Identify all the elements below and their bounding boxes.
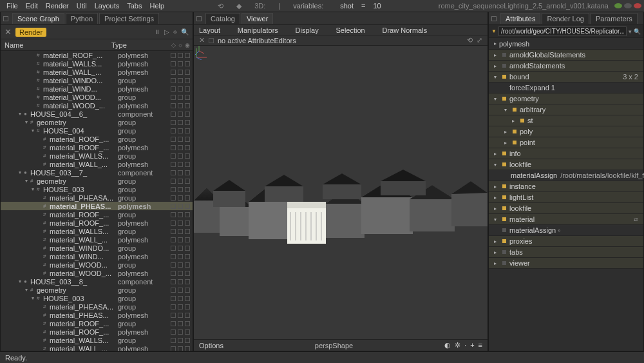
checkbox-icon[interactable] [209,38,214,43]
tree-row[interactable]: # material_ROOF_... polymesh [1,143,193,152]
tree-row[interactable]: # material_PHEASA... group [1,193,193,202]
tree-row[interactable]: # material_WOOD... group [1,260,193,269]
attr-lightlist[interactable]: ▸lightList [489,192,643,203]
add-icon[interactable]: + [470,341,474,349]
pause-icon[interactable]: ⏸ [154,28,160,35]
tab-catalog[interactable]: Catalog [205,13,240,24]
attr-instance[interactable]: ▸instance [489,181,643,192]
attr-materialassign[interactable]: materialAssign ◦ [489,225,643,236]
refresh-icon[interactable]: ⟲ [467,36,473,44]
attr-bound[interactable]: ▾bound3 x 2 [489,72,643,83]
tree-row[interactable]: # material_ROOF_... group [1,319,193,328]
scene-tree[interactable]: # material_ROOF_... polymesh # material_… [1,51,193,351]
tree-row[interactable]: ▾ ● HOUSE_003__7_ component [1,168,193,177]
tab-parameters[interactable]: Parameters [591,13,638,24]
attr-arnoldstatements[interactable]: ▸arnoldStatements [489,61,643,72]
path-input[interactable] [498,26,627,36]
viewer-manipulators[interactable]: Manipulators [238,26,278,34]
tree-row[interactable]: ▾ # HOUSE_003 group [1,185,193,193]
play-icon[interactable]: ▷ [164,28,169,35]
tree-row[interactable]: ▾ ● HOUSE_003__8_ component [1,277,193,286]
tab-render-log[interactable]: Render Log [542,13,589,24]
search-icon[interactable]: 🔍 [634,28,641,35]
close-icon[interactable]: ✕ [199,36,205,44]
panel-menu-icon[interactable] [491,16,497,21]
attr-point[interactable]: ▸point [489,137,643,148]
tree-row[interactable]: # material_PHEAS... polymesh [1,311,193,319]
search-icon[interactable]: 🔍 [181,28,189,35]
tree-row[interactable]: # material_ROOF_... polymesh [1,328,193,336]
tree-row[interactable]: ▾ # geometry group [1,118,193,126]
tree-row[interactable]: # material_WOOD... group [1,93,193,101]
tree-row[interactable]: # material_PHEASA... group [1,302,193,311]
tree-row[interactable]: ▾ # geometry group [1,286,193,294]
tree-row[interactable]: # material_WALLS... group [1,152,193,160]
tree-row[interactable]: # material_ROOF_... group [1,135,193,143]
tab-python[interactable]: Python [66,13,98,24]
menu-file[interactable]: File [3,2,22,10]
attr-geometry[interactable]: ▾geometry [489,93,643,104]
attributes-list[interactable]: ▸arnoldGlobalStatements▸arnoldStatements… [489,50,643,269]
list-icon[interactable]: ≡ [478,341,482,349]
camera-name[interactable]: perspShape [223,342,444,349]
attr-poly[interactable]: ▸poly [489,126,643,137]
tree-row[interactable]: ▾ # HOUSE_003 group [1,294,193,302]
viewer-display[interactable]: Display [296,26,319,34]
attr-tabs[interactable]: ▸tabs [489,247,643,258]
tree-row[interactable]: # material_WINDO... group [1,76,193,84]
viewer-selection[interactable]: Selection [336,26,365,34]
expand-icon[interactable]: ⤢ [477,36,482,44]
attr-proxies[interactable]: ▸proxies [489,236,643,247]
menu-tabs[interactable]: Tabs [123,2,146,10]
tree-row[interactable]: # material_ROOF_... polymesh [1,219,193,227]
tree-row[interactable]: ▾ ● HOUSE_004__6_ component [1,110,193,118]
attr-info[interactable]: ▸info [489,148,643,159]
tab-project-settings[interactable]: Project Settings [99,13,159,24]
menu-render[interactable]: Render [42,2,73,10]
tree-row[interactable]: # material_ROOF_... polymesh [1,51,193,59]
nav-icon[interactable]: ◆ [232,2,245,10]
refresh-icon[interactable]: ⟲ [214,2,227,10]
path-icon[interactable]: ▼ [491,28,497,34]
attr-st[interactable]: ▸st [489,115,643,126]
options-menu[interactable]: Options [199,342,223,349]
menu-edit[interactable]: Edit [22,2,42,10]
close-icon[interactable]: ✕ [5,27,12,37]
view-icon[interactable]: ◐ [444,341,451,349]
tree-row[interactable]: # material_WALL_... polymesh [1,235,193,244]
viewer-draw-normals[interactable]: Draw Normals [382,26,427,34]
var-value[interactable]: 10 [369,2,384,10]
tab-scene-graph[interactable]: Scene Graph [12,13,64,24]
attr-materialassign[interactable]: materialAssign/root/materials/lookfile/k… [489,170,643,181]
tree-row[interactable]: # material_ROOF_... group [1,210,193,219]
attr-forceexpand[interactable]: forceExpand 1 [489,83,643,93]
col-name[interactable]: Name [5,41,111,49]
tree-row[interactable]: # material_WALLS... polymesh [1,59,193,68]
attr-material[interactable]: ▾material⇄ [489,214,643,225]
panel-menu-icon[interactable] [196,16,202,21]
tab-attributes[interactable]: Attributes [500,13,540,24]
menu-layouts[interactable]: Layouts [91,2,124,10]
tree-row[interactable]: # material_WALL_... polymesh [1,68,193,76]
tab-viewer[interactable]: Viewer [242,13,273,24]
tree-row[interactable]: # material_WOOD_... polymesh [1,269,193,277]
attr-lookfile[interactable]: ▾lookfile [489,159,643,170]
tree-row[interactable]: # material_WALL_... polymesh [1,160,193,168]
tree-row[interactable]: # material_WIND... polymesh [1,252,193,260]
3d-viewport[interactable] [194,46,488,339]
tree-row[interactable]: # material_WINDO... group [1,244,193,252]
tree-row[interactable]: # material_WALL_... polymesh [1,344,193,351]
attr-lookfile[interactable]: ▸lookfile [489,203,643,214]
tree-row[interactable]: # material_WALLS... group [1,227,193,235]
tree-row[interactable]: # material_PHEAS... polymesh [1,202,193,210]
tree-row[interactable]: ▾ # geometry group [1,177,193,185]
attr-viewer[interactable]: ▸viewer [489,258,643,269]
attr-arnoldglobalstatements[interactable]: ▸arnoldGlobalStatements [489,50,643,61]
render-button[interactable]: Render [15,28,46,37]
menu-help[interactable]: Help [146,2,168,10]
panel-menu-icon[interactable] [3,16,8,21]
menu-util[interactable]: Util [73,2,91,10]
tree-row[interactable]: # material_WALLS... group [1,336,193,344]
gear-icon[interactable]: ✲ [455,341,460,349]
attr-arbitrary[interactable]: ▾arbitrary [489,104,643,115]
